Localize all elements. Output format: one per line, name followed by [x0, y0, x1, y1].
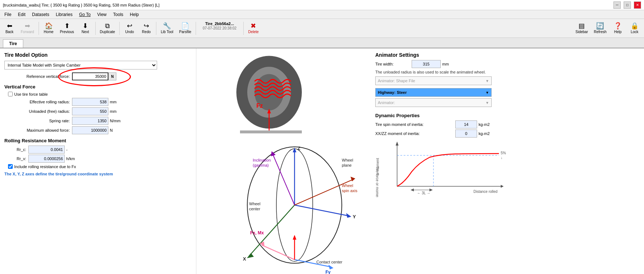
unloaded-radius-unit: mm	[110, 109, 124, 114]
3l-left-arrowhead	[411, 188, 414, 191]
left-panel: Tire Model Option Internal Table Model w…	[0, 48, 196, 274]
chart-curve	[397, 154, 499, 186]
tab-tire[interactable]: Tire	[3, 39, 23, 48]
redo-label: Redo	[142, 30, 151, 34]
xxzz-moment-label: XX/ZZ moment of inertia:	[375, 131, 455, 136]
include-rolling-checkbox[interactable]	[8, 164, 13, 169]
refresh-button[interactable]: 🔄 Refresh	[591, 20, 609, 36]
max-force-input[interactable]	[72, 126, 108, 134]
sidebar-icon: ▤	[579, 23, 585, 29]
unloaded-radius-label: Unloaded (free) radius:	[4, 109, 70, 114]
dynamic-chart: 5% ↓ ← 3L → Tire force or moment Tire fo…	[375, 139, 510, 197]
fz-label: Fz	[256, 103, 263, 109]
ref-vertical-force-input[interactable]	[72, 72, 108, 80]
spin-moment-row: Tire spin moment of inertia: kg-m2	[375, 120, 640, 128]
lib-tool-button[interactable]: 🔧 Lib Tool	[158, 20, 176, 36]
spin-axis-arrowhead	[351, 177, 355, 182]
previous-button[interactable]: ⬆ Previous	[57, 20, 77, 36]
3l-label: ← 3L →	[417, 191, 430, 195]
toolbar-sep-2	[95, 22, 96, 35]
menu-view[interactable]: View	[94, 11, 109, 18]
shape-file-row: Animator: Shape File ▼	[375, 76, 492, 87]
menu-goto[interactable]: Go To	[76, 11, 93, 18]
menu-file[interactable]: File	[1, 11, 14, 18]
tire-model-section-title: Tire Model Option	[4, 52, 192, 58]
previous-label: Previous	[60, 30, 74, 34]
title-bar: [trucksimdata_waibu] Tire; { 3500 kg Rat…	[0, 0, 644, 10]
include-rolling-row: Include rolling resistance due to Fx	[8, 164, 192, 169]
next-button[interactable]: ⬇ Next	[77, 20, 93, 36]
duplicate-label: Duplicate	[100, 30, 115, 34]
eff-rolling-radius-input[interactable]	[72, 98, 108, 106]
help-button[interactable]: ❓ Help	[610, 20, 626, 36]
lib-tool-label: Lib Tool	[161, 30, 173, 34]
home-button[interactable]: 🏠 Home	[41, 20, 57, 36]
spin-moment-input[interactable]	[455, 120, 477, 128]
rolling-resistance-section-title: Rolling Resistance Moment	[4, 138, 192, 143]
sidebar-button[interactable]: ▤ Sidebar	[573, 20, 591, 36]
dynamic-properties-section: Dynamic Properties Tire spin moment of i…	[375, 113, 640, 197]
back-icon: ⬅	[7, 23, 12, 29]
contact-up-arrowhead	[293, 235, 296, 240]
menu-bar: File Edit Datasets Libraries Go To View …	[0, 10, 644, 19]
menu-tools[interactable]: Tools	[110, 11, 126, 18]
file-info-button[interactable]: Tire_2bb56a2... 07-07-2022 20:38:02	[198, 20, 241, 36]
ref-vertical-force-unit-btn[interactable]: N	[108, 72, 116, 80]
minimize-button[interactable]: ─	[613, 1, 621, 9]
maximize-button[interactable]: □	[624, 1, 631, 9]
undo-label: Undo	[125, 30, 134, 34]
highway-steer-arrow: ▼	[485, 91, 489, 95]
rr-v-row: Rr_v: h/km	[4, 155, 192, 163]
max-force-label: Maximum allowed force:	[4, 128, 70, 132]
five-pct-label: 5%	[501, 151, 506, 155]
window-title: [trucksimdata_waibu] Tire; { 3500 kg Rat…	[3, 3, 159, 7]
fx-mx-diagram-label: Fx, Mx	[250, 230, 264, 235]
tire-width-label: Tire width:	[375, 62, 412, 66]
rr-v-input[interactable]	[28, 155, 65, 163]
rr-v-unit: h/km	[66, 156, 75, 161]
sidebar-label: Sidebar	[576, 30, 588, 34]
tire-width-input[interactable]	[412, 60, 441, 68]
gamma-line	[273, 154, 295, 205]
fy-diagram-label: Fy	[325, 270, 331, 274]
refresh-label: Refresh	[594, 30, 607, 34]
delete-label: Delete	[248, 30, 259, 34]
forward-button[interactable]: ➡ Forward	[18, 20, 37, 36]
delete-button[interactable]: ✖ Delete	[245, 20, 261, 36]
animator-dropdown[interactable]: Animator: ▼	[375, 98, 492, 107]
back-button[interactable]: ⬅ Back	[1, 20, 17, 36]
x-axis-label: X	[243, 256, 246, 262]
menu-edit[interactable]: Edit	[15, 11, 28, 18]
y-axis-vert-label: Tire force or moment	[375, 166, 379, 197]
menu-libraries[interactable]: Libraries	[53, 11, 75, 18]
model-select[interactable]: Internal Table Model with Simple Camber	[4, 61, 157, 70]
parsfile-button[interactable]: 📄 Parsfile	[177, 20, 194, 36]
duplicate-button[interactable]: ⧉ Duplicate	[97, 20, 118, 36]
close-button[interactable]: ✕	[634, 1, 641, 9]
toolbar-sep-1	[39, 22, 39, 35]
unloaded-radius-input[interactable]	[72, 107, 108, 115]
spin-axis-label-line2: spin axis	[342, 188, 357, 193]
chart-svg: 5% ↓ ← 3L → Tire force or moment Tire fo…	[375, 139, 510, 197]
rr-c-input[interactable]	[28, 146, 65, 154]
highway-steer-dropdown[interactable]: Highway: Steer ▼	[375, 88, 492, 97]
z-axis-label: Z	[297, 146, 300, 151]
redo-button[interactable]: ↪ Redo	[138, 20, 154, 36]
menu-help[interactable]: Help	[127, 11, 142, 18]
parsfile-icon: 📄	[181, 23, 189, 29]
menu-datasets[interactable]: Datasets	[29, 11, 52, 18]
animator-label: Animator:	[378, 100, 395, 105]
use-tire-force-checkbox[interactable]	[8, 92, 13, 96]
shape-file-dropdown[interactable]: Animator: Shape File ▼	[375, 76, 492, 85]
undo-button[interactable]: ↩ Undo	[121, 20, 137, 36]
xxzz-moment-input[interactable]	[455, 130, 477, 138]
use-tire-force-checkbox-row: Use tire force table	[8, 92, 192, 96]
next-label: Next	[81, 30, 89, 34]
delete-icon: ✖	[251, 23, 256, 29]
forward-icon: ➡	[25, 23, 30, 29]
lock-button[interactable]: 🔒 Lock	[627, 20, 643, 36]
spring-rate-input[interactable]	[72, 117, 108, 125]
rr-c-row: Rr_c: -	[4, 146, 192, 154]
max-force-row: Maximum allowed force: N	[4, 126, 192, 134]
forward-label: Forward	[21, 30, 34, 34]
